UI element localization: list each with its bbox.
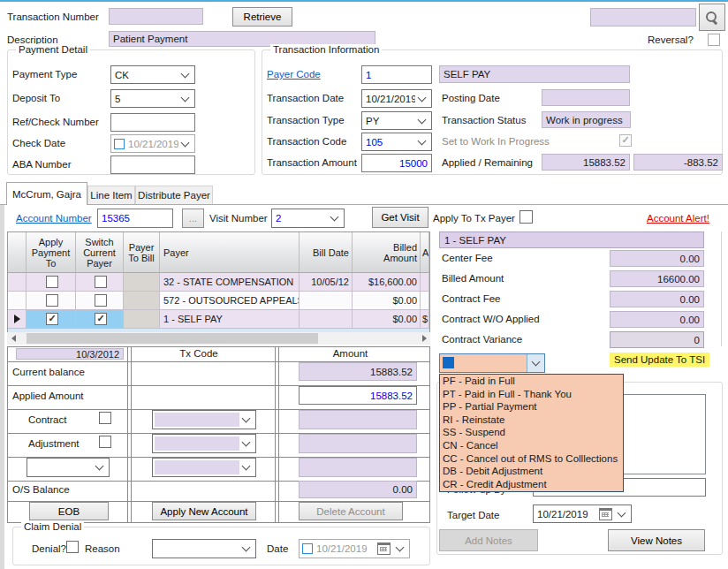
- status-option[interactable]: DB - Debit Adjustment: [440, 465, 623, 478]
- status-option[interactable]: CC - Cancel out of RMS to Colllections: [440, 452, 623, 466]
- deposit-to-select[interactable]: 5: [110, 89, 195, 108]
- status-option[interactable]: PP - Partial Payment: [440, 400, 623, 413]
- contract-checkbox[interactable]: [99, 412, 111, 424]
- payer-code-input[interactable]: 1: [361, 65, 432, 84]
- chevron-down-icon: [242, 438, 251, 447]
- payment-type-select[interactable]: CK: [110, 65, 195, 84]
- payer-cell[interactable]: 572 - OUTSOURCED APPEALS: [160, 292, 300, 310]
- quick-search-field[interactable]: [590, 8, 696, 27]
- payer-code-link[interactable]: Payer Code: [267, 69, 321, 80]
- horizontal-scrollbar[interactable]: [7, 332, 430, 345]
- extra-txcode-select[interactable]: [152, 458, 256, 477]
- adjustment-txcode-select[interactable]: [152, 434, 256, 453]
- row-selector[interactable]: [8, 292, 27, 310]
- payer-to-bill-cell[interactable]: [124, 310, 160, 329]
- check-date-picker[interactable]: 10/21/2019: [110, 134, 195, 153]
- switch-checkbox[interactable]: [95, 276, 107, 288]
- billed-amount-cell[interactable]: $0.00: [353, 292, 421, 310]
- retrieve-button[interactable]: Retrieve: [232, 7, 292, 27]
- scrollbar-thumb[interactable]: [27, 333, 318, 344]
- contract-wo-applied-label: Contract W/O Applied: [442, 314, 540, 324]
- account-number-link[interactable]: Account Number: [16, 213, 92, 224]
- apply-new-account-button[interactable]: Apply New Account: [152, 502, 256, 520]
- extra-type-select[interactable]: [27, 458, 110, 477]
- col-clipped[interactable]: A: [421, 232, 429, 273]
- billed-amount-cell[interactable]: $0.00: [353, 310, 421, 329]
- account-alert-link[interactable]: Account Alert!: [647, 213, 709, 224]
- get-visit-button[interactable]: Get Visit: [372, 207, 428, 228]
- col-bill-date[interactable]: Bill Date: [300, 232, 353, 273]
- billed-amount-cell[interactable]: $16,600.00: [353, 273, 421, 292]
- status-option[interactable]: CR - Credit Adjustment: [440, 478, 623, 491]
- contract-txcode-select[interactable]: [152, 410, 256, 429]
- account-lookup-button[interactable]: ...: [182, 209, 204, 228]
- payer-to-bill-cell[interactable]: [124, 292, 160, 310]
- denial-checkbox[interactable]: [66, 541, 79, 553]
- transaction-amount-input[interactable]: 15000: [361, 154, 432, 172]
- status-option[interactable]: CN - Cancel: [440, 439, 623, 452]
- transaction-code-select[interactable]: 105: [361, 133, 432, 151]
- ref-check-number-input[interactable]: [110, 113, 195, 132]
- account-status-select[interactable]: [439, 353, 545, 373]
- status-option[interactable]: PT - Paid in Full - Thank You: [440, 388, 623, 401]
- transaction-number-input[interactable]: [109, 8, 203, 25]
- chevron-down-icon: [418, 115, 427, 124]
- denial-date-checkbox[interactable]: [302, 543, 313, 554]
- check-date-checkbox[interactable]: [114, 139, 125, 149]
- contract-wo-applied-field: 0.00: [610, 311, 704, 328]
- status-option[interactable]: PF - Paid in Full: [440, 375, 623, 388]
- tab-distribute-payer[interactable]: Distribute Payer: [135, 186, 213, 204]
- switch-checkbox[interactable]: [95, 313, 107, 325]
- status-option[interactable]: RI - Reinstate: [440, 413, 623, 427]
- col-payer-to-bill[interactable]: Payer To Bill: [124, 232, 160, 273]
- table-row[interactable]: 32 - STATE COMPENSATION 10/05/12 $16,600…: [8, 273, 429, 292]
- tab-line-item[interactable]: Line Item: [87, 186, 135, 204]
- visit-number-select[interactable]: 2: [271, 209, 345, 228]
- denial-date-picker[interactable]: 10/21/2019: [299, 539, 410, 558]
- row-selector[interactable]: [8, 310, 27, 329]
- scroll-right-button[interactable]: [418, 332, 430, 345]
- transaction-type-select[interactable]: PY: [361, 111, 432, 130]
- col-apply-payment-to[interactable]: Apply Payment To: [27, 232, 76, 273]
- reason-label: Reason: [85, 543, 120, 554]
- chevron-down-icon: [181, 138, 190, 147]
- payer-cell[interactable]: 32 - STATE COMPENSATION: [160, 273, 300, 292]
- status-option[interactable]: SS - Suspend: [440, 426, 623, 439]
- bill-date-cell[interactable]: [300, 310, 353, 329]
- reversal-checkbox[interactable]: [708, 34, 720, 46]
- target-date-picker[interactable]: 10/21/2019: [533, 505, 632, 523]
- set-to-wip-checkbox: [619, 134, 632, 147]
- table-row[interactable]: 572 - OUTSOURCED APPEALS $0.00: [8, 292, 429, 310]
- payer-to-bill-cell[interactable]: [124, 273, 160, 292]
- tx-code-header: Tx Code: [131, 348, 267, 359]
- transaction-amount-label: Transaction Amount: [267, 157, 357, 168]
- chevron-down-icon: [95, 462, 104, 471]
- switch-checkbox[interactable]: [95, 294, 107, 307]
- eob-button[interactable]: EOB: [29, 502, 109, 520]
- ref-check-number-label: Ref/Check Number: [12, 117, 99, 127]
- combo-arrow-button[interactable]: [527, 354, 544, 372]
- account-number-input[interactable]: 15365: [97, 209, 173, 228]
- scroll-left-button[interactable]: [7, 332, 19, 345]
- payer-name-field: SELF PAY: [439, 65, 630, 83]
- col-switch-current-payer[interactable]: Switch Current Payer: [76, 232, 124, 273]
- apply-checkbox[interactable]: [46, 294, 58, 307]
- bill-date-cell[interactable]: [300, 292, 353, 310]
- col-payer[interactable]: Payer: [160, 232, 300, 273]
- table-row-current[interactable]: 1 - SELF PAY $0.00 $: [8, 310, 429, 329]
- payer-cell[interactable]: 1 - SELF PAY: [160, 310, 300, 329]
- adjustment-checkbox[interactable]: [99, 436, 111, 448]
- apply-checkbox[interactable]: [46, 313, 58, 325]
- bill-date-cell[interactable]: 10/05/12: [300, 273, 353, 292]
- view-notes-button[interactable]: View Notes: [608, 529, 705, 551]
- denial-reason-select[interactable]: [152, 539, 256, 558]
- tab-patient[interactable]: McCrum, Gajra: [6, 182, 87, 205]
- search-button[interactable]: [699, 4, 725, 31]
- aba-number-input[interactable]: [110, 156, 195, 174]
- row-selector[interactable]: [8, 273, 27, 292]
- applied-amount-input[interactable]: 15883.52: [299, 386, 417, 405]
- apply-checkbox[interactable]: [46, 276, 58, 288]
- col-billed-amount[interactable]: Billed Amount: [353, 232, 421, 273]
- apply-to-tx-payer-checkbox[interactable]: [519, 210, 533, 224]
- transaction-date-picker[interactable]: 10/21/2019: [361, 89, 432, 108]
